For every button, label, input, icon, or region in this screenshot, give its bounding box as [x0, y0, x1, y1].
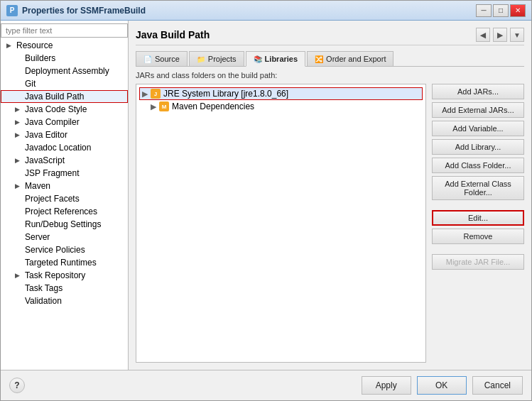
maximize-button[interactable]: □ — [493, 4, 509, 17]
tab-libraries-label: Libraries — [265, 55, 298, 63]
sidebar-item-javadoc-location[interactable]: Javadoc Location — [1, 141, 128, 154]
sidebar-label: Java Code Style — [25, 104, 87, 114]
content-description: JARs and class folders on the build path… — [136, 71, 524, 79]
dialog-icon: P — [6, 5, 18, 16]
expand-arrow: ▶ — [15, 272, 22, 279]
ok-button[interactable]: OK — [417, 376, 467, 395]
tree-item-maven-deps[interactable]: ▶ M Maven Dependencies — [139, 100, 423, 113]
content-area: ▶ J JRE System Library [jre1.8.0_66] ▶ M… — [136, 84, 524, 363]
libraries-tab-icon: 📚 — [254, 55, 262, 63]
add-external-class-folder-button[interactable]: Add External Class Folder... — [432, 176, 524, 200]
sidebar-label: Java Editor — [25, 130, 67, 140]
add-variable-button[interactable]: Add Variable... — [432, 121, 524, 136]
sidebar-label: Javadoc Location — [25, 143, 91, 153]
maven-icon: M — [159, 101, 169, 111]
sidebar-item-builders[interactable]: Builders — [1, 52, 128, 65]
buttons-panel: Add JARs... Add External JARs... Add Var… — [432, 84, 524, 363]
sidebar-label: Project References — [25, 207, 97, 216]
add-class-folder-button[interactable]: Add Class Folder... — [432, 158, 524, 173]
sidebar-item-resource[interactable]: ▶ Resource — [1, 39, 128, 52]
sidebar-label: Task Tags — [25, 283, 63, 293]
title-bar-left: P Properties for SSMFrameBuild — [6, 5, 146, 16]
sidebar-item-targeted-runtimes[interactable]: Targeted Runtimes — [1, 256, 128, 269]
section-nav: ◀ ▶ ▼ — [476, 28, 524, 42]
minimize-button[interactable]: ─ — [476, 4, 492, 17]
sidebar-label: Validation — [25, 296, 62, 306]
dialog-window: P Properties for SSMFrameBuild ─ □ ✕ ▶ R… — [0, 0, 532, 401]
sidebar-item-java-build-path[interactable]: Java Build Path — [1, 90, 128, 103]
sidebar-label: Resource — [16, 40, 53, 50]
nav-back-button[interactable]: ◀ — [476, 28, 490, 42]
expand-arrow: ▶ — [6, 42, 13, 49]
sidebar-item-run-debug-settings[interactable]: Run/Debug Settings — [1, 218, 128, 231]
sidebar-item-maven[interactable]: ▶ Maven — [1, 180, 128, 192]
sidebar-label: Builders — [25, 53, 55, 63]
sidebar-item-jsp-fragment[interactable]: JSP Fragment — [1, 167, 128, 180]
section-title: Java Build Path ◀ ▶ ▼ — [136, 28, 524, 45]
sidebar-item-task-tags[interactable]: Task Tags — [1, 282, 128, 295]
sidebar-item-service-policies[interactable]: Service Policies — [1, 243, 128, 256]
sidebar-label: Project Facets — [25, 194, 80, 204]
help-button[interactable]: ? — [9, 378, 25, 393]
button-spacer-2 — [432, 247, 524, 251]
sidebar: ▶ Resource Builders Deployment Assembly … — [1, 21, 129, 370]
dialog-footer: ? Apply OK Cancel — [1, 370, 531, 400]
apply-button[interactable]: Apply — [362, 376, 411, 395]
close-button[interactable]: ✕ — [510, 4, 526, 17]
tree-item-jre-system[interactable]: ▶ J JRE System Library [jre1.8.0_66] — [139, 87, 423, 100]
tab-projects[interactable]: 📁 Projects — [189, 51, 244, 66]
main-content: Java Build Path ◀ ▶ ▼ 📄 Source 📁 Project… — [129, 21, 531, 370]
sidebar-label: Maven — [25, 181, 50, 191]
tree-expand-icon: ▶ — [142, 89, 148, 99]
sidebar-item-task-repository[interactable]: ▶ Task Repository — [1, 269, 128, 282]
sidebar-item-deployment-assembly[interactable]: Deployment Assembly — [1, 65, 128, 77]
title-bar: P Properties for SSMFrameBuild ─ □ ✕ — [1, 1, 531, 21]
sidebar-item-server[interactable]: Server — [1, 231, 128, 243]
filter-input[interactable] — [1, 23, 128, 38]
projects-tab-icon: 📁 — [197, 55, 205, 63]
order-export-tab-icon: 🔀 — [315, 55, 323, 63]
sidebar-item-java-code-style[interactable]: ▶ Java Code Style — [1, 103, 128, 116]
sidebar-label: Java Build Path — [25, 92, 84, 101]
add-library-button[interactable]: Add Library... — [432, 139, 524, 155]
sidebar-label: Targeted Runtimes — [25, 258, 97, 268]
add-external-jars-button[interactable]: Add External JARs... — [432, 102, 524, 118]
nav-forward-button[interactable]: ▶ — [493, 28, 507, 42]
sidebar-item-java-editor[interactable]: ▶ Java Editor — [1, 128, 128, 141]
sidebar-item-project-facets[interactable]: Project Facets — [1, 192, 128, 205]
remove-button[interactable]: Remove — [432, 229, 524, 244]
tab-source-label: Source — [155, 55, 180, 63]
edit-button[interactable]: Edit... — [432, 210, 524, 226]
tree-expand-icon: ▶ — [151, 102, 156, 111]
sidebar-label: Run/Debug Settings — [25, 219, 101, 229]
tab-source[interactable]: 📄 Source — [136, 51, 188, 66]
cancel-button[interactable]: Cancel — [472, 376, 523, 395]
migrate-jar-button[interactable]: Migrate JAR File... — [432, 254, 524, 270]
sidebar-item-javascript[interactable]: ▶ JavaScript — [1, 154, 128, 167]
sidebar-item-git[interactable]: Git — [1, 77, 128, 90]
sidebar-item-validation[interactable]: Validation — [1, 295, 128, 307]
sidebar-label: Task Repository — [25, 270, 85, 280]
tree-item-label: Maven Dependencies — [172, 101, 254, 111]
build-path-tree[interactable]: ▶ J JRE System Library [jre1.8.0_66] ▶ M… — [136, 84, 426, 363]
sidebar-label: JSP Fragment — [25, 168, 79, 178]
tab-libraries[interactable]: 📚 Libraries — [246, 51, 305, 67]
sidebar-item-project-references[interactable]: Project References — [1, 205, 128, 218]
dialog-title: Properties for SSMFrameBuild — [22, 6, 146, 16]
sidebar-item-java-compiler[interactable]: ▶ Java Compiler — [1, 116, 128, 128]
sidebar-label: Server — [25, 232, 50, 242]
tab-order-export-label: Order and Export — [326, 55, 386, 63]
tab-order-export[interactable]: 🔀 Order and Export — [307, 51, 393, 66]
help-area: ? — [9, 378, 25, 393]
add-jars-button[interactable]: Add JARs... — [432, 84, 524, 99]
tree-item-label: JRE System Library [jre1.8.0_66] — [163, 89, 288, 99]
section-title-text: Java Build Path — [136, 29, 210, 40]
sidebar-label: Deployment Assembly — [25, 66, 109, 76]
tab-projects-label: Projects — [208, 55, 237, 63]
nav-dropdown-button[interactable]: ▼ — [510, 28, 524, 42]
source-tab-icon: 📄 — [143, 55, 152, 63]
dialog-body: ▶ Resource Builders Deployment Assembly … — [1, 21, 531, 370]
expand-arrow: ▶ — [15, 119, 22, 126]
tabs-bar: 📄 Source 📁 Projects 📚 Libraries 🔀 Order … — [136, 51, 524, 67]
title-bar-buttons: ─ □ ✕ — [476, 4, 526, 17]
